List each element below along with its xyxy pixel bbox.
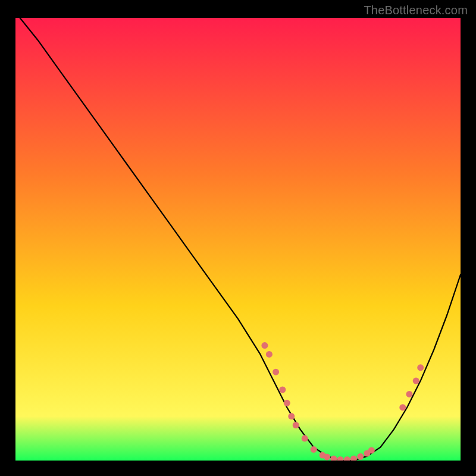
bottleneck-chart <box>15 18 461 461</box>
data-point <box>311 446 317 453</box>
data-point <box>284 400 290 406</box>
gradient-backdrop <box>15 18 461 461</box>
data-point <box>417 364 424 371</box>
data-point <box>261 342 268 349</box>
data-point <box>413 378 419 384</box>
plot-area <box>15 18 461 461</box>
data-point <box>266 351 273 358</box>
watermark-text: TheBottleneck.com <box>364 4 468 17</box>
data-point <box>288 413 295 419</box>
data-point <box>368 447 375 453</box>
stage: TheBottleneck.com <box>0 0 476 476</box>
data-point <box>302 435 308 441</box>
data-point <box>324 454 330 461</box>
data-point <box>357 453 364 460</box>
data-point <box>406 391 413 397</box>
data-point <box>293 422 299 428</box>
data-point <box>273 369 279 375</box>
data-point <box>279 387 286 393</box>
data-point <box>399 404 406 411</box>
